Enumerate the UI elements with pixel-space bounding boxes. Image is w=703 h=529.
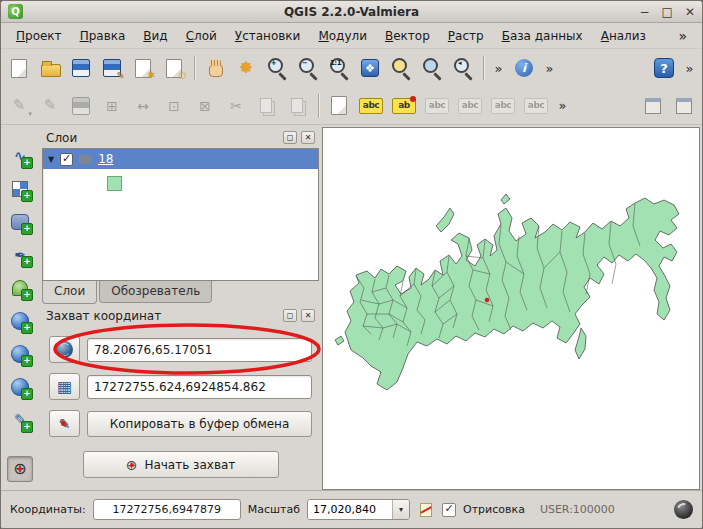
zoom-last-icon[interactable]: ◂ [450, 55, 476, 81]
add-postgis-layer-icon[interactable] [7, 209, 33, 235]
rotate-label-icon[interactable]: abc [456, 93, 484, 119]
menu-analysis[interactable]: Анализ [592, 25, 655, 47]
toolbar-overflow-icon[interactable]: » [491, 55, 506, 81]
add-wfs-layer-icon[interactable] [7, 374, 33, 400]
node-tool-icon[interactable]: ⊡ [161, 93, 187, 119]
geo-coordinate-field[interactable] [87, 338, 312, 362]
toolbar-extra-icon-1[interactable] [640, 93, 666, 119]
start-capture-button[interactable]: ⊕ Начать захват [83, 451, 279, 478]
zoom-to-layer-icon[interactable] [419, 55, 445, 81]
minimize-button[interactable]: − [640, 6, 650, 18]
layers-close-panel-icon[interactable]: ✕ [301, 131, 315, 144]
toolbar-overflow-3-icon[interactable]: » [682, 55, 697, 81]
copy-to-clipboard-button[interactable]: Копировать в буфер обмена [87, 411, 312, 437]
coord-panel-titlebar[interactable]: Захват координат ◻ ✕ [39, 305, 322, 326]
add-wcs-layer-icon[interactable] [7, 341, 33, 367]
add-wms-layer-icon[interactable] [7, 308, 33, 334]
zoom-native-icon[interactable]: 1:1 [326, 55, 352, 81]
map-canvas[interactable] [322, 127, 700, 490]
scale-label: Масштаб [248, 503, 300, 516]
zoom-full-icon[interactable]: ❖ [357, 55, 383, 81]
add-vector-layer-icon[interactable]: ∿ [7, 143, 33, 169]
crosshair-icon: ⊕ [126, 458, 138, 472]
menu-view[interactable]: Вид [134, 25, 176, 47]
scale-value-input[interactable] [308, 500, 392, 519]
add-mssql-layer-icon[interactable] [7, 275, 33, 301]
pan-to-selection-icon[interactable]: ✸ [233, 55, 259, 81]
toolbar-separator [483, 56, 484, 80]
close-button[interactable]: ✕ [685, 6, 695, 18]
layers-panel-titlebar[interactable]: Слои ◻ ✕ [39, 127, 322, 148]
toolbar-extra-icon-2[interactable] [671, 93, 697, 119]
label-tool-icon[interactable]: abc [522, 93, 550, 119]
menu-settings[interactable]: Установки [226, 25, 310, 47]
layer-name[interactable]: 18 [98, 152, 113, 166]
label-properties-icon[interactable]: ab [390, 93, 418, 119]
coord-close-panel-icon[interactable]: ✕ [301, 309, 315, 322]
add-feature-icon[interactable]: ⊞ [99, 93, 125, 119]
labeling-icon[interactable]: abc [357, 93, 385, 119]
toolbar-overflow-2-icon[interactable]: » [542, 55, 557, 81]
render-checkbox[interactable]: ✓ [442, 503, 456, 517]
scale-dropdown-icon[interactable]: ▾ [392, 500, 409, 519]
layers-float-panel-icon[interactable]: ◻ [283, 131, 297, 144]
log-messages-icon[interactable] [417, 501, 435, 519]
composer-manager-icon[interactable]: ○ [161, 55, 187, 81]
add-spatialite-layer-icon[interactable]: ✒ [7, 242, 33, 268]
add-raster-layer-icon[interactable] [7, 176, 33, 202]
tab-browser[interactable]: Обозреватель [99, 281, 212, 303]
layers-panel: Слои ◻ ✕ ▼ ✓ 18 Слои Обозреватель [39, 127, 322, 305]
menu-edit[interactable]: Правка [71, 25, 135, 47]
track-mouse-button[interactable]: ✎ [49, 410, 80, 437]
current-edits-icon[interactable]: ✎▾ [6, 93, 32, 119]
cut-features-icon[interactable]: ✂ [223, 93, 249, 119]
menu-database[interactable]: База данных [493, 25, 592, 47]
save-project-as-icon[interactable]: ✎ [99, 55, 125, 81]
delete-selected-icon[interactable]: ⊠ [192, 93, 218, 119]
capture-marker [485, 298, 490, 303]
crs-status-label: USER:100000 [540, 503, 615, 516]
text-annotation-icon[interactable] [326, 93, 352, 119]
projected-crs-button[interactable]: ▦ [49, 373, 80, 400]
save-project-icon[interactable] [68, 55, 94, 81]
menu-plugins[interactable]: Модули [309, 25, 376, 47]
expander-icon[interactable]: ▼ [48, 155, 54, 164]
zoom-in-icon[interactable]: + [264, 55, 290, 81]
change-label-icon[interactable]: abc [489, 93, 517, 119]
coord-float-panel-icon[interactable]: ◻ [283, 309, 297, 322]
layer-checkbox[interactable]: ✓ [60, 153, 73, 166]
layer-row[interactable]: ▼ ✓ 18 [43, 149, 318, 169]
identify-icon[interactable]: i [511, 55, 537, 81]
help-icon[interactable]: ? [651, 55, 677, 81]
paste-features-icon[interactable] [285, 93, 311, 119]
layer-symbol-swatch[interactable] [107, 176, 122, 191]
menu-overflow-icon[interactable]: » [669, 28, 696, 44]
projected-coordinate-field[interactable] [87, 375, 312, 399]
toolbar-overflow-4-icon[interactable]: » [555, 93, 570, 119]
geographic-crs-button[interactable] [49, 336, 80, 363]
menu-raster[interactable]: Растр [439, 25, 493, 47]
new-project-icon[interactable] [6, 55, 32, 81]
tab-layers[interactable]: Слои [42, 281, 97, 304]
copy-features-icon[interactable] [254, 93, 280, 119]
menu-project[interactable]: Проект [7, 25, 71, 47]
crs-status-icon[interactable] [674, 500, 693, 519]
menu-layer[interactable]: Слой [177, 25, 226, 47]
new-shapefile-icon[interactable]: ✎ [7, 407, 33, 433]
scale-combobox[interactable]: ▾ [307, 499, 410, 520]
zoom-to-selection-icon[interactable] [388, 55, 414, 81]
toggle-editing-icon[interactable]: ✎ [37, 93, 63, 119]
save-edits-icon[interactable] [68, 93, 94, 119]
open-project-icon[interactable] [37, 55, 63, 81]
coordinate-capture-icon[interactable]: ⊕ [7, 456, 33, 482]
menu-vector[interactable]: Вектор [376, 25, 439, 47]
zoom-out-icon[interactable]: − [295, 55, 321, 81]
title-bar[interactable]: QGIS 2.2.0-Valmiera − □ ✕ [1, 1, 702, 23]
new-composer-icon[interactable]: ✱ [130, 55, 156, 81]
move-label-icon[interactable]: abc [423, 93, 451, 119]
maximize-button[interactable]: □ [662, 6, 673, 18]
coordinates-display-field[interactable] [93, 499, 241, 520]
pan-map-icon[interactable] [202, 55, 228, 81]
move-feature-icon[interactable]: ↔ [130, 93, 156, 119]
russia-map [323, 128, 699, 489]
